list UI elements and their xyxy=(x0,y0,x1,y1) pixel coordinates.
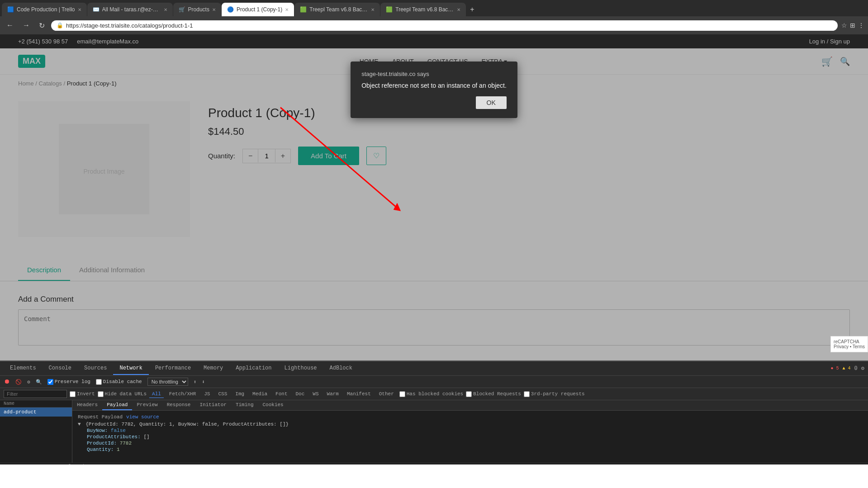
tab-favicon: ✉️ xyxy=(93,6,100,13)
tab-mail[interactable]: ✉️ All Mail - taras.r@ez-bc.com - E... ✕ xyxy=(87,3,173,16)
third-party-checkbox[interactable]: 3rd-party requests xyxy=(524,391,585,397)
filter-media[interactable]: Media xyxy=(250,390,270,398)
filter-font[interactable]: Font xyxy=(273,390,290,398)
back-button[interactable]: ← xyxy=(4,20,16,30)
subtab-cookies[interactable]: Cookies xyxy=(258,400,288,410)
filter-doc[interactable]: Doc xyxy=(293,390,308,398)
view-source-link[interactable]: view source xyxy=(126,414,159,420)
browser-tabs: 🟦 Code Production | Trello ✕ ✉️ All Mail… xyxy=(0,0,868,16)
payload-buynow: BuyNow: false xyxy=(87,428,863,433)
filter-ws[interactable]: WS xyxy=(310,390,321,398)
devtools-tab-lighthouse[interactable]: Lighthouse xyxy=(278,362,323,375)
productattributes-key: ProductAttributes: xyxy=(87,434,141,440)
request-payload-label: Request Payload xyxy=(78,414,123,420)
add-product-request[interactable]: add-product xyxy=(0,407,72,417)
devtools-tab-console[interactable]: Console xyxy=(43,362,78,375)
subtab-timing[interactable]: Timing xyxy=(231,400,258,410)
tab-treepl-2[interactable]: 🟩 Treepl Team v6.8 Backlog - Boar... ✕ xyxy=(380,3,466,16)
alert-title: stage-test.trialsite.co says xyxy=(361,71,507,77)
recaptcha-badge: reCAPTCHA Privacy • Terms xyxy=(830,336,868,352)
tab-close[interactable]: ✕ xyxy=(285,7,289,12)
devtools-search-icon[interactable]: 🔍 xyxy=(36,379,42,385)
devtools-tab-network[interactable]: Network xyxy=(113,362,148,375)
tab-favicon: 🛒 xyxy=(179,6,185,13)
devtools-tabs-bar: Elements Console Sources Network Perform… xyxy=(0,361,868,376)
tab-treepl-1[interactable]: 🟩 Treepl Team v6.8 Backlog - Boar... ✕ xyxy=(294,3,380,16)
filter-css[interactable]: CSS xyxy=(215,390,230,398)
extensions-button[interactable]: ⊞ xyxy=(850,22,855,29)
quantity-key: Quantity: xyxy=(87,447,114,452)
preserve-log-checkbox[interactable]: Preserve log xyxy=(47,379,90,385)
expand-arrow[interactable]: ▼ xyxy=(78,422,81,427)
devtools-tab-sources[interactable]: Sources xyxy=(78,362,113,375)
tab-close[interactable]: ✕ xyxy=(78,7,81,12)
filter-warm[interactable]: Warm xyxy=(324,390,342,398)
transferred-size: 350 B transferred xyxy=(38,464,84,464)
devtools-filter-input[interactable] xyxy=(4,390,67,398)
hide-data-urls-checkbox[interactable]: Hide data URLs xyxy=(98,391,147,397)
reload-button[interactable]: ↻ xyxy=(36,20,47,31)
alert-message: Object reference not set to an instance … xyxy=(361,82,507,89)
devtools-import-icon[interactable]: ⬆ xyxy=(194,379,197,385)
devtools-tab-memory[interactable]: Memory xyxy=(197,362,229,375)
tab-close[interactable]: ✕ xyxy=(371,7,375,12)
devtools-tab-application[interactable]: Application xyxy=(229,362,278,375)
devtools-panel: Elements Console Sources Network Perform… xyxy=(0,360,868,464)
subtab-preview[interactable]: Preview xyxy=(132,400,162,410)
devtools-filter-icon[interactable]: ⚙ xyxy=(27,379,30,385)
url-text: https://stage-test.trialsite.co/catalogs… xyxy=(66,22,193,29)
info-count: 0 xyxy=(854,365,858,372)
bookmark-button[interactable]: ☆ xyxy=(841,22,847,29)
filter-js[interactable]: JS xyxy=(201,390,213,398)
invert-filter-checkbox[interactable]: Invert xyxy=(70,391,95,397)
recaptcha-sublabel: Privacy • Terms xyxy=(834,344,865,349)
blocked-requests-checkbox[interactable]: Blocked Requests xyxy=(466,391,521,397)
address-bar[interactable]: 🔒 https://stage-test.trialsite.co/catalo… xyxy=(51,20,838,31)
payload-productattributes: ProductAttributes: [] xyxy=(87,434,863,440)
devtools-tab-performance[interactable]: Performance xyxy=(149,362,197,375)
tab-close[interactable]: ✕ xyxy=(212,7,216,12)
browser-toolbar: ← → ↻ 🔒 https://stage-test.trialsite.co/… xyxy=(0,16,868,34)
menu-button[interactable]: ⋮ xyxy=(858,22,864,29)
alert-ok-button[interactable]: OK xyxy=(476,96,507,109)
tab-label: Treepl Team v6.8 Backlog - Boar... xyxy=(395,6,454,13)
browser-actions: ☆ ⊞ ⋮ xyxy=(841,22,864,29)
buynow-value: false xyxy=(111,428,126,433)
subtab-response[interactable]: Response xyxy=(162,400,195,410)
tab-favicon: 🟦 xyxy=(7,6,14,13)
payload-section-title: Request Payload view source xyxy=(78,414,863,420)
throttle-select[interactable]: No throttling xyxy=(147,378,188,386)
subtab-payload[interactable]: Payload xyxy=(102,400,132,410)
filter-manifest[interactable]: Manifest xyxy=(344,390,374,398)
devtools-record-icon[interactable]: ⏺ xyxy=(4,378,10,385)
forward-button[interactable]: → xyxy=(20,20,33,30)
tab-favicon: 🟩 xyxy=(386,6,393,13)
filter-fetch-xhr[interactable]: Fetch/XHR xyxy=(166,390,199,398)
alert-dialog: stage-test.trialsite.co says Object refe… xyxy=(351,62,517,118)
filter-all[interactable]: All xyxy=(149,390,164,398)
ssl-icon: 🔒 xyxy=(57,22,63,28)
productattributes-value: [] xyxy=(143,434,149,440)
subtab-initiator[interactable]: Initiator xyxy=(195,400,231,410)
alert-overlay: stage-test.trialsite.co says Object refe… xyxy=(0,34,868,360)
tab-trello[interactable]: 🟦 Code Production | Trello ✕ xyxy=(2,3,87,16)
tab-close[interactable]: ✕ xyxy=(164,7,167,12)
subtab-headers[interactable]: Headers xyxy=(72,400,102,410)
tab-label: Products xyxy=(188,6,209,13)
tab-label: Product 1 (Copy-1) xyxy=(237,6,282,13)
tab-products[interactable]: 🛒 Products ✕ xyxy=(173,3,221,16)
devtools-tab-adblock[interactable]: AdBlock xyxy=(323,362,359,375)
devtools-tab-elements[interactable]: Elements xyxy=(4,362,43,375)
tab-product-copy[interactable]: 🔵 Product 1 (Copy-1) ✕ xyxy=(222,3,294,16)
warning-count: ▲ 4 xyxy=(843,366,851,371)
new-tab-button[interactable]: + xyxy=(466,5,478,14)
has-blocked-cookies-checkbox[interactable]: Has blocked cookies xyxy=(399,391,463,397)
filter-other[interactable]: Other xyxy=(376,390,397,398)
tab-close[interactable]: ✕ xyxy=(457,7,460,12)
devtools-export-icon[interactable]: ⬇ xyxy=(202,379,205,385)
devtools-clear-icon[interactable]: 🚫 xyxy=(15,379,22,385)
filter-img[interactable]: Img xyxy=(232,390,247,398)
name-column-header: Name xyxy=(4,401,14,406)
devtools-settings[interactable]: ⚙ xyxy=(861,365,864,372)
disable-cache-checkbox[interactable]: Disable cache xyxy=(96,379,142,385)
